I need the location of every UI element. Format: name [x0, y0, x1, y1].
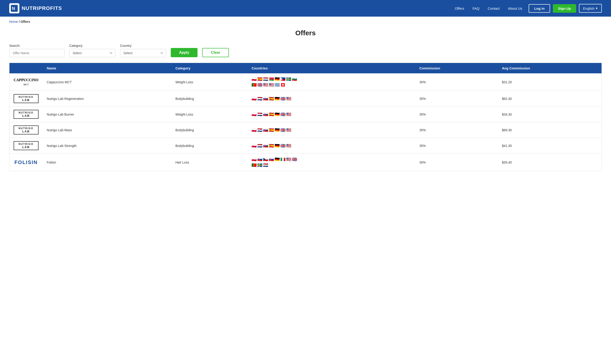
breadcrumb-current: Offers [21, 20, 30, 24]
nav-about[interactable]: About Us [508, 6, 522, 10]
flag-list: 🇵🇱🇳🇱🇸🇰🇪🇸🇩🇪🇬🇧🇺🇸 [251, 128, 302, 133]
flag-icon: 🇩🇪 [274, 128, 280, 133]
flag-icon: 🇳🇱 [257, 128, 262, 133]
flag-icon: 🇨🇭 [280, 82, 286, 87]
table-row[interactable]: CAPPUCCINOMCTCappuccino MCTWeight Loss🇵🇱… [10, 73, 602, 91]
flag-icon: 🇺🇸 [286, 96, 291, 101]
country-select[interactable]: Select Poland Spain USA UK [120, 49, 166, 57]
category-group: Category: Select Weight Loss Bodybuildin… [69, 44, 115, 57]
nav-contact[interactable]: Contact [488, 6, 500, 10]
flag-icon: 🇺🇸 [286, 112, 291, 117]
navbar: N NUTRIPROFITS Offers FAQ Contact About … [0, 0, 611, 17]
table-row[interactable]: NUTRIGO LABNutrigo Lab BurnerWeight Loss… [10, 106, 602, 122]
nutrigo-logo: NUTRIGO LAB [14, 110, 39, 119]
nutrigo-logo: NUTRIGO LAB [14, 126, 39, 134]
category-label: Category: [69, 44, 115, 48]
product-logo-cell: NUTRIGO LAB [10, 122, 43, 138]
flag-icon: 🇬🇷 [274, 82, 280, 87]
offer-avg-commission: $69.30 [498, 122, 601, 138]
flag-icon: 🇸🇰 [263, 143, 268, 148]
flag-icon: 🇸🇰 [263, 96, 268, 101]
search-input[interactable] [9, 49, 65, 57]
col-category: Category [171, 63, 247, 74]
flag-icon: 🇵🇱 [251, 96, 257, 101]
table-row[interactable]: NUTRIGO LABNutrigo Lab RegenerationBodyb… [10, 91, 602, 106]
flag-icon: 🇩🇪 [274, 157, 280, 162]
product-logo-cell: CAPPUCCINOMCT [10, 73, 43, 91]
flag-icon: 🇵🇱 [251, 128, 257, 133]
flag-list: 🇵🇱🇳🇱🇸🇰🇪🇸🇩🇪🇬🇧🇺🇸 [251, 96, 302, 101]
offer-name: Nutrigo Lab Burner [43, 106, 171, 122]
flag-icon: 🇵🇱 [251, 143, 257, 148]
country-label: Country: [120, 44, 166, 48]
logo-icon: N [9, 3, 19, 13]
offer-commission: 30% [415, 73, 498, 91]
table-header-row: Name Category Countries Commission Avg C… [10, 63, 602, 74]
product-logo-cell: NUTRIGO LAB [10, 106, 43, 122]
table-body: CAPPUCCINOMCTCappuccino MCTWeight Loss🇵🇱… [10, 73, 602, 171]
flag-icon: 🇬🇧 [280, 112, 286, 117]
flag-icon: 🇵🇹 [251, 82, 257, 87]
product-logo-cell: NUTRIGO LAB [10, 91, 43, 106]
flag-icon: 🇪🇸 [269, 128, 274, 133]
col-name: Name [43, 63, 171, 74]
flag-icon: 🇬🇧 [280, 143, 286, 148]
offer-avg-commission: $41.30 [498, 138, 601, 154]
clear-button[interactable]: Clear [202, 48, 229, 57]
main-content: Offers Search: Category: Select Weight L… [0, 27, 611, 180]
language-button[interactable]: English ▾ [579, 4, 602, 13]
offer-name: Nutrigo Lab Strength [43, 138, 171, 154]
nav-faq[interactable]: FAQ [473, 6, 480, 10]
search-label: Search: [9, 44, 65, 48]
nav-offers[interactable]: Offers [455, 6, 464, 10]
breadcrumb-separator: / [19, 20, 20, 24]
cappuccino-logo: CAPPUCCINOMCT [14, 78, 39, 86]
flag-icon: 🇬🇧 [257, 82, 262, 87]
flag-icon: 🇸🇪 [257, 163, 262, 168]
offer-name: Nutrigo Lab Mass [43, 122, 171, 138]
offer-commission: 35% [415, 91, 498, 106]
offer-commission: 30% [415, 154, 498, 171]
flag-icon: 🇵🇱 [251, 77, 257, 82]
flag-list: 🇵🇱🇪🇸🇳🇱🇧🇾🇩🇪🇵🇭🇸🇪🇧🇬🇵🇹🇬🇧🇺🇸🇺🇸🇬🇷🇨🇭 [251, 77, 302, 87]
breadcrumb: Home / Offers [0, 17, 611, 27]
flag-icon: 🇺🇸 [286, 143, 291, 148]
flag-icon: 🇸🇰 [269, 157, 274, 162]
flag-icon: 🇵🇭 [280, 77, 286, 82]
offers-table: Name Category Countries Commission Avg C… [9, 63, 602, 171]
offer-avg-commission: $31.20 [498, 73, 601, 91]
product-logo-cell: NUTRIGO LAB [10, 138, 43, 154]
nutrigo-logo: NUTRIGO LAB [14, 141, 39, 150]
signup-button[interactable]: Sign Up [553, 4, 576, 13]
offer-category: Bodybuilding [171, 122, 247, 138]
login-button[interactable]: Log in [529, 4, 550, 13]
flag-icon: 🇵🇱 [251, 112, 257, 117]
offer-category: Bodybuilding [171, 138, 247, 154]
col-countries: Countries [247, 63, 415, 74]
flag-icon: 🇸🇰 [257, 157, 262, 162]
table-row[interactable]: NUTRIGO LABNutrigo Lab MassBodybuilding🇵… [10, 122, 602, 138]
apply-button[interactable]: Apply [171, 48, 197, 57]
brand-logo[interactable]: N NUTRIPROFITS [9, 3, 62, 13]
country-group: Country: Select Poland Spain USA UK [120, 44, 166, 57]
brand-name: NUTRIPROFITS [22, 5, 62, 11]
offer-avg-commission: $35.40 [498, 154, 601, 171]
flag-icon: 🇧🇾 [269, 77, 274, 82]
offer-category: Hair Loss [171, 154, 247, 171]
flag-icon: 🇵🇱 [251, 157, 257, 162]
offer-countries: 🇵🇱🇳🇱🇸🇰🇪🇸🇩🇪🇬🇧🇺🇸 [247, 122, 415, 138]
flag-icon: 🇺🇸 [269, 82, 274, 87]
flag-icon: 🇳🇱 [263, 163, 268, 168]
offer-commission: 35% [415, 138, 498, 154]
offer-avg-commission: $62.30 [498, 91, 601, 106]
flag-icon: 🇳🇱 [263, 77, 268, 82]
table-row[interactable]: FOLISINFolisinHair Loss🇵🇱🇸🇰🇨🇿🇸🇰🇩🇪🇮🇹🇺🇸🇬🇧🇵… [10, 154, 602, 171]
nutrigo-logo: NUTRIGO LAB [14, 94, 39, 103]
flag-icon: 🇪🇸 [257, 77, 262, 82]
flag-icon: 🇸🇪 [286, 77, 291, 82]
table-row[interactable]: NUTRIGO LABNutrigo Lab StrengthBodybuild… [10, 138, 602, 154]
flag-list: 🇵🇱🇸🇰🇨🇿🇸🇰🇩🇪🇮🇹🇺🇸🇬🇧🇵🇹🇸🇪🇳🇱 [251, 157, 302, 168]
breadcrumb-home[interactable]: Home [9, 20, 18, 24]
category-select[interactable]: Select Weight Loss Bodybuilding Hair Los… [69, 49, 115, 57]
flag-icon: 🇸🇰 [263, 112, 268, 117]
